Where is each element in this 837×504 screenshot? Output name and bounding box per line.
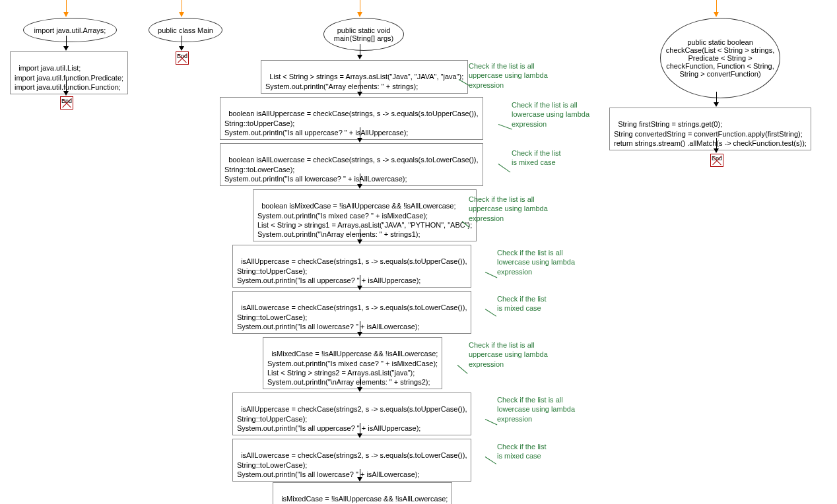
box-2: boolean isAllUppercase = checkCase(strin… (220, 97, 483, 140)
box-text: import java.util.List; import java.util.… (15, 64, 123, 91)
arrow-down-icon (357, 433, 362, 438)
box-text: List < String > strings = Arrays.asList(… (265, 73, 463, 90)
box-text: isAllLowercase = checkCase(strings1, s -… (237, 303, 467, 331)
box-text: boolean isMixedCase = !isAllUppercase &&… (257, 202, 472, 238)
comment-3: Check if the list is mixed case (512, 148, 561, 168)
box-text: String firstString = strings.get(0); Str… (614, 120, 807, 147)
box-text: isAllUppercase = checkCase(strings1, s -… (237, 257, 467, 284)
arrow-down-icon (357, 332, 362, 336)
arrow-down-icon (357, 477, 362, 482)
comment-1: Check if the list is all uppercase using… (469, 61, 548, 90)
comment-connector (498, 124, 512, 129)
box-text: isAllLowercase = checkCase(strings2, s -… (237, 451, 467, 478)
box-1: List < String > strings = Arrays.asList(… (261, 60, 468, 94)
entry-arrow-icon (357, 12, 362, 17)
arrow-down-icon (714, 102, 719, 107)
arrow-down-icon (357, 92, 362, 96)
class-main-ellipse: public class Main (149, 18, 222, 42)
box-text: isMixedCase = !isAllUppercase && !isAllL… (267, 350, 438, 386)
entry-arrow-icon (714, 12, 719, 17)
ellipse-label: public static boolean checkCase(List < S… (664, 38, 776, 78)
arrow-down-icon (357, 387, 362, 392)
import-arrays-ellipse: import java.util.Arrays; (23, 18, 117, 42)
box-5: isAllUppercase = checkCase(strings1, s -… (232, 245, 471, 288)
entry-line (66, 0, 67, 13)
comment-8: Check if the list is all lowercase using… (497, 395, 575, 424)
box-10: isMixedCase = !isAllUppercase && !isAllL… (273, 482, 452, 504)
box-7: isMixedCase = !isAllUppercase && !isAllL… (263, 337, 442, 389)
entry-line (360, 0, 360, 13)
box-3: boolean isAllLowercase = checkCase(strin… (220, 143, 483, 186)
end-label: End (61, 98, 72, 104)
comment-4: Check if the list is all uppercase using… (469, 195, 548, 223)
arrow-down-icon (357, 138, 362, 142)
box-9: isAllLowercase = checkCase(strings2, s -… (232, 439, 471, 482)
comment-connector (485, 419, 498, 425)
box-text: isAllUppercase = checkCase(strings2, s -… (237, 405, 467, 432)
end-label: End (177, 53, 187, 59)
arrow-down-icon (357, 239, 362, 244)
comment-9: Check if the list is mixed case (497, 442, 547, 461)
end-label: End (712, 155, 722, 162)
checkcase-method-ellipse: public static boolean checkCase(List < S… (660, 18, 780, 98)
comment-connector (485, 309, 496, 317)
ellipse-label: public static void main(String[] args) (327, 26, 400, 42)
comment-connector (485, 457, 496, 464)
comment-connector (498, 164, 511, 172)
arrow-down-icon (714, 148, 719, 153)
entry-arrow-icon (63, 12, 69, 17)
box-text: boolean isAllLowercase = checkCase(strin… (224, 156, 479, 183)
arrow-down-icon (357, 286, 362, 290)
import-box: import java.util.List; import java.util.… (10, 51, 128, 94)
ellipse-label: import java.util.Arrays; (34, 26, 106, 34)
box-6: isAllLowercase = checkCase(strings1, s -… (232, 291, 471, 334)
checkcase-body-box: String firstString = strings.get(0); Str… (609, 108, 811, 150)
arrow-down-icon (357, 55, 362, 59)
box-text: boolean isAllUppercase = checkCase(strin… (224, 110, 479, 137)
ellipse-label: public class Main (158, 26, 213, 34)
arrow-down-icon (63, 91, 69, 96)
box-4: boolean isMixedCase = !isAllUppercase &&… (253, 189, 477, 241)
comment-connector (457, 365, 468, 374)
main-method-ellipse: public static void main(String[] args) (323, 18, 404, 51)
box-text: isMixedCase = !isAllUppercase && !isAllL… (277, 495, 448, 504)
arrow-down-icon (63, 46, 69, 51)
entry-arrow-icon (179, 12, 184, 17)
arrow-down-icon (357, 184, 362, 189)
comment-2: Check if the list is all lowercase using… (512, 100, 589, 129)
arrow-down-icon (179, 46, 184, 51)
comment-6: Check if the list is mixed case (497, 294, 547, 313)
box-8: isAllUppercase = checkCase(strings2, s -… (232, 393, 471, 435)
entry-line (182, 0, 182, 13)
entry-line (716, 0, 717, 13)
comment-5: Check if the list is all lowercase using… (497, 248, 575, 276)
comment-7: Check if the list is all uppercase using… (469, 340, 548, 369)
comment-connector (485, 272, 498, 278)
